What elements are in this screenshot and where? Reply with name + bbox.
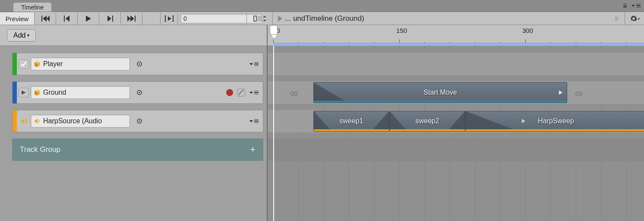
speaker-icon: [34, 118, 41, 125]
playhead[interactable]: [273, 46, 274, 221]
clip-sweep2[interactable]: sweep2: [389, 111, 465, 131]
time-ruler[interactable]: 0 150 300: [268, 25, 644, 46]
loop-icon: ∞: [575, 86, 583, 100]
edit-mode-button[interactable]: [247, 13, 273, 25]
panel-menu-icon[interactable]: [631, 4, 641, 8]
track-foldout-button[interactable]: [19, 88, 29, 97]
track-harpsource[interactable]: HarpSource (Audio: [12, 110, 263, 132]
play-range-button[interactable]: [161, 13, 178, 25]
tab-strip: Timeline: [0, 0, 644, 12]
tab-timeline[interactable]: Timeline: [13, 2, 52, 12]
clip-sweep1[interactable]: sweep1: [313, 111, 389, 131]
track-name: Ground: [43, 89, 66, 96]
next-frame-button[interactable]: [99, 13, 121, 25]
add-label: Add: [13, 32, 25, 39]
target-icon[interactable]: [136, 89, 143, 96]
ruler-label: 150: [396, 27, 407, 34]
track-group[interactable]: Track Group +: [12, 138, 263, 161]
svg-point-3: [139, 64, 140, 65]
audio-track-icon: [19, 116, 29, 126]
add-track-button[interactable]: Add ▾: [7, 29, 36, 42]
clips-area[interactable]: ∞ Start Move ∞ sweep1: [268, 46, 644, 221]
track-menu-icon[interactable]: [249, 91, 259, 95]
svg-point-5: [139, 92, 140, 93]
track-toggle-button[interactable]: [19, 59, 29, 69]
track-color-animation: [13, 82, 17, 103]
track-group-label: Track Group: [20, 145, 60, 154]
record-button[interactable]: [226, 89, 233, 96]
track-name: Player: [43, 60, 63, 68]
track-binding-field[interactable]: Ground: [31, 86, 130, 99]
target-icon[interactable]: [136, 61, 143, 67]
svg-rect-1: [258, 16, 261, 21]
playhead-handle[interactable]: [270, 25, 278, 35]
lane-bg: [268, 53, 644, 75]
prev-frame-button[interactable]: [56, 13, 78, 25]
track-list-panel: Add ▾ Player: [0, 25, 268, 221]
loop-icon: ∞: [290, 86, 298, 100]
track-ground[interactable]: Ground: [12, 81, 263, 104]
lane-bg: [268, 138, 644, 161]
go-to-end-button[interactable]: [121, 13, 142, 25]
frame-field: [178, 13, 243, 25]
gameobject-icon: [34, 61, 41, 67]
asset-name: ... undTimeline (Ground): [285, 14, 364, 23]
play-button[interactable]: [78, 13, 99, 25]
target-icon[interactable]: [136, 118, 143, 125]
track-binding-field[interactable]: HarpSource (Audio: [31, 115, 130, 128]
track-menu-icon[interactable]: [249, 119, 259, 123]
track-menu-icon[interactable]: [249, 62, 259, 66]
ruler-label: 300: [522, 27, 533, 34]
clip-label: Start Move: [423, 89, 457, 96]
toolbar: Preview ... undTimeline (Ground) ▾: [0, 12, 644, 25]
clip-harpsweep[interactable]: HarpSweep: [465, 111, 644, 131]
clip-label: HarpSweep: [538, 117, 574, 125]
clip-label: sweep2: [415, 117, 439, 125]
track-color-activation: [13, 53, 17, 75]
lock-icon[interactable]: [622, 3, 628, 9]
spacer: [142, 13, 161, 25]
gameobject-icon: [34, 89, 41, 96]
curves-button[interactable]: [237, 89, 245, 96]
track-name: HarpSource (Audio: [43, 117, 102, 125]
track-player[interactable]: Player: [12, 53, 263, 75]
settings-button[interactable]: ▾: [625, 13, 644, 25]
clips-panel: 0 150 300 ∞ Start Move ∞: [268, 25, 644, 221]
svg-rect-0: [254, 16, 256, 21]
go-to-start-button[interactable]: [35, 13, 56, 25]
svg-point-7: [139, 121, 140, 122]
track-binding-field[interactable]: Player: [31, 58, 130, 70]
clip-label: sweep1: [339, 117, 363, 125]
add-to-group-button[interactable]: +: [250, 144, 256, 155]
track-color-audio: [13, 110, 17, 132]
clip-start-move[interactable]: Start Move: [313, 82, 567, 103]
timeline-asset-label[interactable]: ... undTimeline (Ground): [273, 13, 625, 25]
preview-button[interactable]: Preview: [0, 13, 35, 25]
